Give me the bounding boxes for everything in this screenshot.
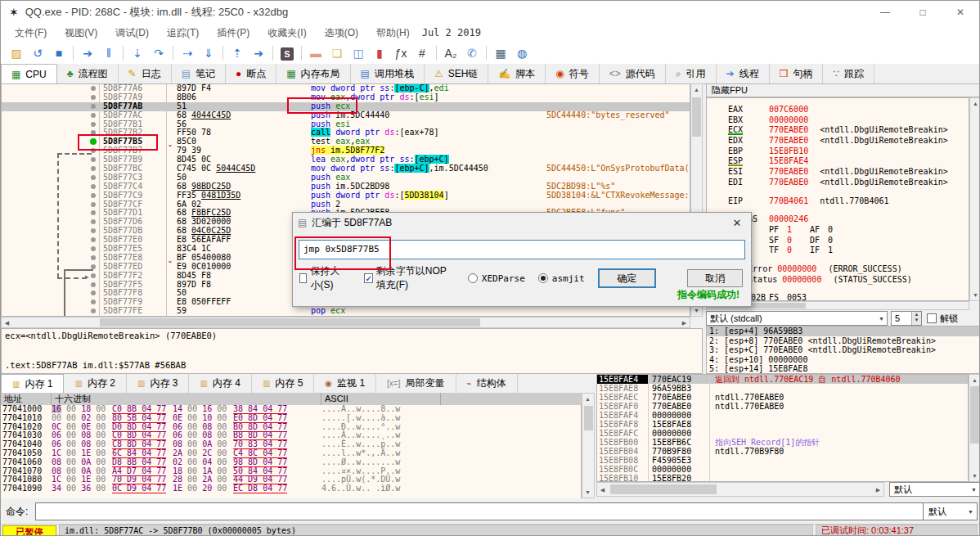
column-header-ascii[interactable]: ASCII — [321, 393, 441, 405]
register-row[interactable]: ECX 770EABE0<ntdll.DbgUiRemoteBreakin> — [728, 125, 969, 136]
instruction-dot-icon[interactable] — [91, 219, 96, 224]
stack-row[interactable]: 15E8FAF815E8FAE8 — [597, 420, 968, 429]
tab-内存 5[interactable]: ▥内存 5 — [252, 374, 314, 393]
scroll-left-icon[interactable]: ◀ — [2, 318, 12, 328]
register-row[interactable]: LastError 00000000(ERROR_SUCCESS) — [728, 264, 969, 275]
tab-符号[interactable]: ◉符号 — [546, 64, 599, 83]
disasm-row[interactable]: 5D8F77FE59pop ecx — [2, 307, 690, 316]
tab-笔记[interactable]: ▤笔记 — [172, 64, 226, 83]
scrollbar-thumb[interactable] — [692, 97, 701, 137]
menu-item-插件P[interactable]: 插件(P) — [208, 26, 258, 40]
labels-icon[interactable]: ◫ — [348, 44, 369, 62]
scroll-down-icon[interactable]: ▼ — [582, 487, 593, 498]
stack-row[interactable]: 15E8FB0015E8FB6C指向SEH_Record[1]的指针 — [597, 438, 968, 447]
instruction-dot-icon[interactable] — [91, 300, 96, 304]
maximize-button[interactable]: □ — [904, 1, 942, 24]
stack-row[interactable]: 15E8FAFC00000000 — [597, 429, 968, 438]
instruction-dot-icon[interactable] — [91, 157, 96, 162]
instruction-dot-icon[interactable] — [91, 184, 96, 189]
minimize-button[interactable]: — — [866, 1, 904, 24]
tab-日志[interactable]: ✎日志 — [119, 64, 172, 83]
tab-内存 1[interactable]: ▥内存 1 — [1, 374, 64, 394]
restart-icon[interactable]: ↺ — [27, 44, 48, 62]
stack-row[interactable]: 15E8FAE4770EAC19返回到 ntdll.770EAC19 自 ntd… — [597, 375, 968, 384]
command-input[interactable] — [35, 502, 924, 520]
instruction-dot-icon[interactable] — [91, 122, 96, 127]
run-to-user-code-icon[interactable]: ➔ — [248, 44, 269, 62]
argument-row[interactable]: 5: [esp+14] 15E8FAE8 — [707, 364, 980, 374]
scroll-down-icon[interactable]: ▼ — [970, 290, 980, 300]
menu-item-选项O[interactable]: 选项(O) — [316, 26, 367, 40]
register-row[interactable]: ESP 15E8FAE4 — [728, 156, 969, 167]
run-down-icon[interactable]: ⇓ — [198, 44, 219, 62]
argument-count-stepper[interactable]: 5 ▲▼ — [891, 311, 922, 326]
comments-icon[interactable]: ❏ — [326, 44, 348, 62]
tab-内存 4[interactable]: ▥内存 4 — [189, 374, 251, 393]
scroll-up-icon[interactable]: ▲ — [970, 98, 980, 109]
stop-icon[interactable]: ■ — [48, 44, 70, 62]
scroll-left-icon[interactable]: ◀ — [597, 484, 608, 495]
stepper-arrows-icon[interactable]: ▲▼ — [911, 312, 921, 325]
hide-fpu-button[interactable]: 隐藏FPU — [706, 83, 980, 97]
scrollbar-thumb[interactable] — [100, 318, 480, 327]
tab-跟踪[interactable]: ∵跟踪 — [823, 64, 874, 83]
scrollbar-thumb[interactable] — [610, 484, 717, 494]
scrollbar-thumb[interactable] — [584, 406, 593, 430]
instruction-dot-icon[interactable] — [91, 210, 96, 215]
xedparse-radio[interactable]: XEDParse — [468, 273, 525, 284]
disasm-row[interactable]: 5D8F77C9FF35 0481D35Dpush dword ptr ds:[… — [2, 191, 690, 200]
modules-icon[interactable]: ✆ — [461, 44, 483, 62]
register-row[interactable]: EFLAGS 00000246 — [728, 214, 969, 225]
scroll-right-icon[interactable]: ▶ — [873, 484, 883, 495]
hash-icon[interactable]: # — [411, 44, 433, 62]
calling-convention-select[interactable]: 默认 (stdcall) ▼ — [706, 311, 888, 326]
scrollbar-thumb[interactable] — [970, 386, 979, 444]
register-row[interactable]: GS002BFS0053 — [728, 293, 969, 301]
register-row[interactable]: OF0SF0DF0 — [728, 236, 969, 246]
tab-流程图[interactable]: ♣流程图 — [57, 64, 119, 83]
stack-row[interactable]: 15E8FB0C00000000 — [597, 465, 968, 474]
instruction-dot-icon[interactable] — [91, 166, 96, 171]
stack-convention-select[interactable]: 默认 ▼ — [889, 482, 980, 497]
unlock-checkbox[interactable]: 解锁 — [927, 313, 958, 325]
argument-row[interactable]: 1: [esp+4] 96A59BB3 — [707, 327, 980, 336]
column-header-address[interactable]: 地址 — [1, 393, 52, 405]
register-row[interactable]: ESI 770EABE0<ntdll.DbgUiRemoteBreakin> — [728, 167, 969, 178]
memory-dump-view[interactable]: 7704100016 00 18 00C0 8B 04 7714 00 16 0… — [1, 405, 582, 498]
run-icon[interactable]: ➔ — [77, 44, 98, 62]
pause-icon[interactable]: ‖ — [98, 44, 119, 62]
tab-结构体[interactable]: ⌁结构体 — [456, 374, 518, 393]
cancel-button[interactable]: 取消 — [687, 269, 743, 287]
tab-源代码[interactable]: <>源代码 — [600, 64, 666, 83]
tab-引用[interactable]: ⌕引用 — [666, 64, 717, 83]
menu-item-调试D[interactable]: 调试(D) — [106, 26, 158, 40]
disassembly-hscrollbar[interactable]: ◀ ▶ — [1, 317, 690, 328]
instruction-dot-icon[interactable] — [91, 309, 96, 313]
column-header-hex[interactable]: 十六进制 — [52, 393, 321, 405]
instruction-dot-icon[interactable] — [91, 255, 96, 260]
registers-vscrollbar[interactable]: ▲ ▼ — [969, 97, 980, 301]
instruction-dot-icon[interactable] — [91, 202, 96, 207]
tab-调用堆栈[interactable]: ▤调用堆栈 — [351, 64, 425, 83]
step-over-icon[interactable]: ↷ — [148, 44, 169, 62]
stack-vscrollbar[interactable]: ▲ ▼ — [969, 374, 980, 482]
instruction-dot-icon[interactable] — [91, 86, 96, 91]
instruction-dot-icon[interactable] — [91, 282, 96, 287]
register-row[interactable]: ZF1PF1AF0 — [728, 225, 969, 236]
stack-hscrollbar[interactable]: ◀ ▶ — [596, 482, 884, 497]
dialog-title-bar[interactable]: ▤ 汇编于 5D8F77AB ✕ — [293, 213, 751, 232]
stack-row[interactable]: 15E8FB08F45905E3 — [597, 456, 968, 465]
instruction-dot-icon[interactable] — [91, 228, 96, 233]
open-file-icon[interactable]: ▨ — [6, 44, 27, 62]
tab-句柄[interactable]: ❒句柄 — [770, 64, 824, 83]
calculator-icon[interactable]: ▦ — [490, 44, 511, 62]
patches-icon[interactable]: ▬ — [305, 44, 326, 62]
strings-icon[interactable]: A₂ — [440, 44, 461, 62]
arguments-view[interactable]: 1: [esp+4] 96A59BB32: [esp+8] 770EABE0 <… — [706, 326, 980, 374]
instruction-dot-icon[interactable] — [91, 273, 96, 278]
scroll-down-icon[interactable]: ▼ — [969, 471, 980, 481]
argument-row[interactable]: 2: [esp+8] 770EABE0 <ntdll.DbgUiRemoteBr… — [707, 336, 980, 346]
stack-row[interactable]: 15E8FAF0770EABE0ntdll.770EABE0 — [597, 402, 968, 411]
stack-row[interactable]: 15E8FB04770B9F80ntdll.770B9F80 — [597, 447, 968, 456]
instruction-dot-icon[interactable] — [91, 104, 96, 109]
